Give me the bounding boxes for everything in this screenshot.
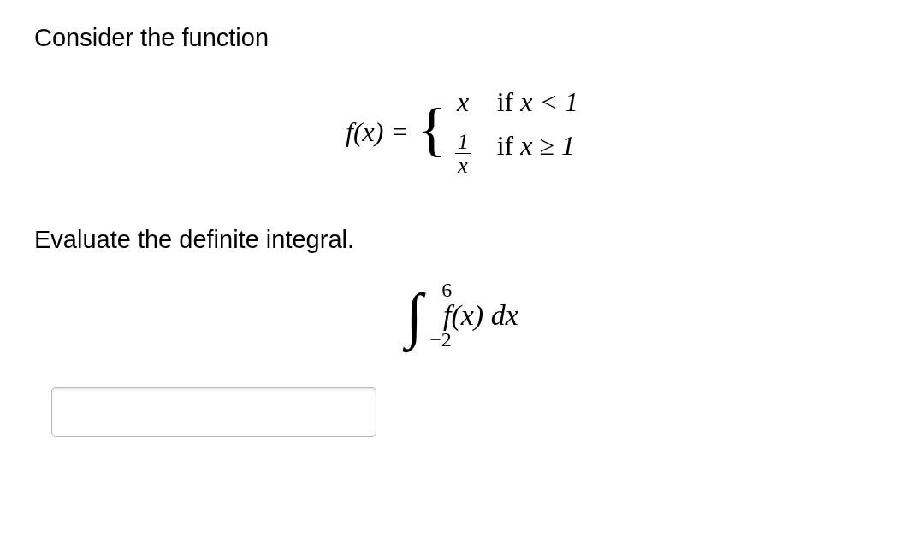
case2-value: 1 x: [455, 130, 471, 178]
integral-integrand: f(x) dx: [428, 299, 518, 332]
integral-symbol: ∫ 6 −2: [406, 285, 423, 346]
intro-text: Consider the function: [34, 24, 890, 52]
piecewise-lhs: f(x) =: [346, 116, 409, 148]
case1-cond-expr: x < 1: [520, 86, 578, 117]
case1-cond-prefix: if: [497, 86, 521, 117]
piecewise-definition: f(x) = { x if x < 1 1 x if x ≥ 1: [34, 86, 890, 178]
instruction-text: Evaluate the definite integral.: [34, 226, 890, 254]
piecewise-brace: {: [418, 100, 447, 160]
answer-input[interactable]: [51, 387, 376, 437]
case2-frac-num: 1: [455, 130, 471, 153]
case2-condition: if x ≥ 1: [497, 130, 578, 178]
case1-value: x: [455, 86, 471, 118]
case2-cond-expr: x ≥ 1: [520, 130, 575, 161]
case2-frac-den: x: [455, 153, 471, 177]
integral-expression: ∫ 6 −2 f(x) dx: [34, 285, 890, 346]
integral-upper-limit: 6: [441, 280, 452, 300]
case2-cond-prefix: if: [497, 130, 521, 161]
integral-lower-limit: −2: [429, 329, 452, 350]
case1-condition: if x < 1: [497, 86, 578, 118]
